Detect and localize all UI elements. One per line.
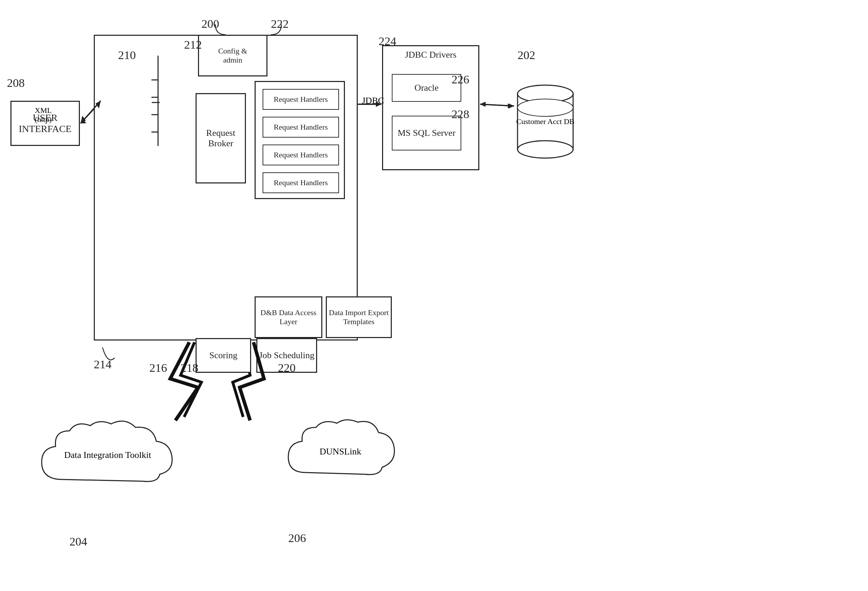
dunslink-cloud: DUNSLink <box>285 417 396 486</box>
diagram-container: JRAM Request Broker Request Handlers Req… <box>0 0 868 591</box>
request-handlers-container: Request Handlers Request Handlers Reques… <box>255 81 345 199</box>
ref-204: 204 <box>69 535 87 548</box>
ref-200: 200 <box>201 18 219 31</box>
svg-marker-18 <box>81 116 86 123</box>
svg-marker-28 <box>480 102 485 107</box>
ref-220: 220 <box>278 361 295 375</box>
ref-224: 224 <box>379 35 396 48</box>
svg-line-9 <box>480 104 513 106</box>
ref-226: 226 <box>452 73 469 86</box>
jdbc-label: JDBC <box>362 96 384 106</box>
ref-218: 218 <box>181 361 198 375</box>
svg-point-14 <box>518 141 573 158</box>
ref-210: 210 <box>118 49 136 62</box>
ms-sql-box: MS SQL Server <box>392 116 461 151</box>
request-handler-3: Request Handlers <box>263 145 339 165</box>
request-handler-4: Request Handlers <box>263 172 339 193</box>
customer-db-label: Customer Acct DB <box>516 117 574 126</box>
ref-228: 228 <box>452 108 469 121</box>
ref-222: 222 <box>271 18 289 31</box>
svg-marker-29 <box>509 103 514 108</box>
request-broker-box: Request Broker <box>196 93 246 183</box>
data-integration-label: Data Integration Toolkit <box>64 450 151 460</box>
ref-212: 212 <box>184 38 202 52</box>
svg-point-15 <box>518 99 573 117</box>
scoring-box: Scoring <box>196 338 251 373</box>
data-import-box: Data Import Export Templates <box>326 296 392 338</box>
svg-marker-2 <box>81 118 86 123</box>
ref-214: 214 <box>94 358 112 371</box>
ref-208: 208 <box>7 77 25 90</box>
ref-216: 216 <box>149 361 167 375</box>
config-admin-box: Config & admin <box>198 35 267 77</box>
dunslink-label: DUNSLink <box>320 446 361 457</box>
svg-line-27 <box>480 104 514 106</box>
ref-206: 206 <box>288 532 306 545</box>
request-handler-2: Request Handlers <box>263 117 339 137</box>
xml-http-label: XML (http) <box>35 106 52 124</box>
ref-202: 202 <box>518 49 535 62</box>
request-handler-1: Request Handlers <box>263 89 339 110</box>
dnb-data-box: D&B Data Access Layer <box>255 296 322 338</box>
svg-marker-11 <box>508 103 513 108</box>
svg-marker-10 <box>480 102 486 107</box>
jdbc-drivers-label: JDBC Drivers <box>405 50 456 60</box>
oracle-box: Oracle <box>392 74 461 102</box>
jram-main-box: JRAM Request Broker Request Handlers Req… <box>94 35 358 340</box>
data-integration-cloud: Data Integration Toolkit <box>35 417 181 493</box>
customer-db: Customer Acct DB <box>514 80 577 163</box>
